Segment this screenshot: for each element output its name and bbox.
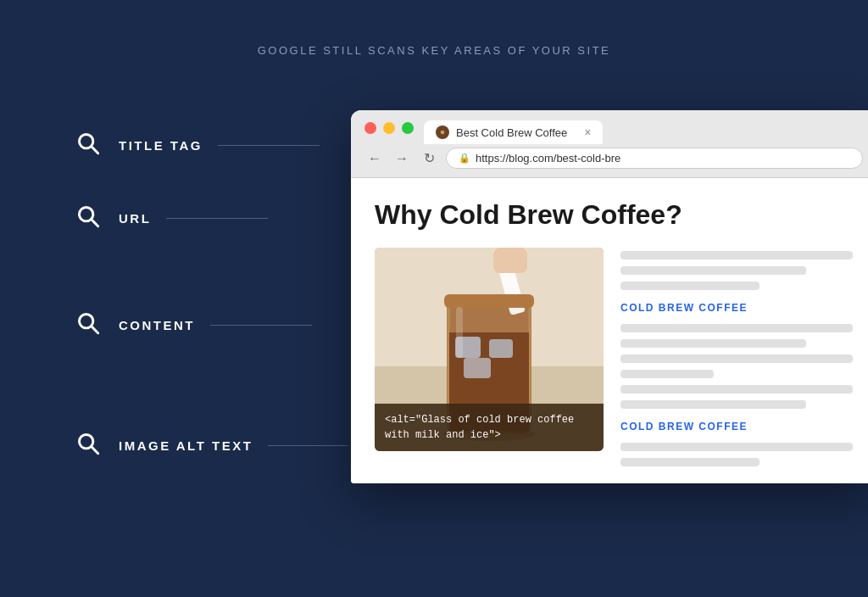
browser-window: Best Cold Brew Coffee × ← → ↻ 🔒 https://… [351, 110, 868, 483]
scan-label-url: URL [119, 211, 151, 226]
text-line-11 [620, 458, 760, 466]
tab-favicon [436, 126, 449, 139]
scan-item-title-tag: TITLE TAG [76, 131, 348, 159]
forward-button[interactable]: → [392, 148, 412, 169]
text-line-10 [620, 443, 853, 451]
scan-label-image-alt: IMAGE ALT TEXT [119, 438, 253, 453]
text-line-5 [620, 339, 806, 348]
address-text: https://blog.com/best-cold-bre [476, 152, 620, 165]
svg-rect-22 [456, 307, 463, 358]
alt-text-overlay: <alt="Glass of cold brew coffee with mil… [375, 404, 604, 451]
search-icon-image-alt [76, 432, 103, 459]
text-line-9 [620, 400, 806, 409]
svg-rect-19 [493, 248, 527, 273]
svg-line-3 [92, 220, 98, 226]
svg-rect-16 [489, 339, 513, 358]
page-heading: Why Cold Brew Coffee? [375, 198, 853, 231]
back-button[interactable]: ← [364, 148, 385, 169]
svg-line-1 [92, 147, 98, 153]
text-line-1 [620, 251, 853, 259]
svg-point-9 [441, 131, 445, 135]
scan-line-title-tag [218, 145, 320, 146]
traffic-lights [364, 122, 414, 134]
tab-close-button[interactable]: × [584, 126, 591, 139]
refresh-button[interactable]: ↻ [419, 148, 439, 169]
scan-line-url [166, 218, 268, 219]
lock-icon: 🔒 [459, 153, 470, 164]
scan-line-image-alt [268, 445, 348, 446]
svg-line-7 [92, 447, 98, 454]
browser-nav: ← → ↻ 🔒 https://blog.com/best-cold-bre [364, 148, 863, 169]
left-panel: TITLE TAG URL CONTENT [0, 0, 348, 597]
search-icon-content [76, 311, 103, 338]
search-icon-title-tag [76, 131, 103, 159]
svg-line-5 [92, 326, 98, 333]
scan-item-image-alt: IMAGE ALT TEXT [76, 432, 348, 459]
traffic-light-red[interactable] [364, 122, 376, 134]
svg-rect-17 [464, 358, 491, 378]
alt-text-content: <alt="Glass of cold brew coffee with mil… [385, 414, 574, 441]
tab-title: Best Cold Brew Coffee [456, 126, 567, 139]
text-line-7 [620, 370, 714, 378]
text-line-6 [620, 354, 853, 363]
scan-item-url: URL [76, 204, 348, 232]
text-line-4 [620, 324, 853, 332]
browser-chrome: Best Cold Brew Coffee × ← → ↻ 🔒 https://… [351, 110, 868, 178]
scan-label-content: CONTENT [119, 318, 195, 332]
traffic-light-green[interactable] [402, 122, 414, 134]
keyword-1: COLD BREW COFFEE [620, 302, 853, 314]
traffic-light-yellow[interactable] [383, 122, 395, 134]
sidebar-text-content: COLD BREW COFFEE COLD BREW COFFEE [620, 248, 853, 466]
scan-line-content [210, 325, 312, 326]
article-image-wrap: <alt="Glass of cold brew coffee with mil… [375, 248, 604, 451]
browser-content: Why Cold Brew Coffee? [351, 178, 868, 483]
keyword-2: COLD BREW COFFEE [620, 421, 853, 432]
text-line-8 [620, 385, 853, 393]
address-bar[interactable]: 🔒 https://blog.com/best-cold-bre [446, 148, 863, 169]
svg-rect-20 [444, 294, 534, 308]
search-icon-url [76, 204, 103, 232]
text-line-2 [620, 266, 806, 275]
scan-label-title-tag: TITLE TAG [119, 138, 203, 153]
scan-item-content: CONTENT [76, 311, 348, 338]
content-area: <alt="Glass of cold brew coffee with mil… [375, 248, 853, 466]
text-line-3 [620, 282, 760, 290]
browser-tab[interactable]: Best Cold Brew Coffee × [424, 120, 603, 144]
